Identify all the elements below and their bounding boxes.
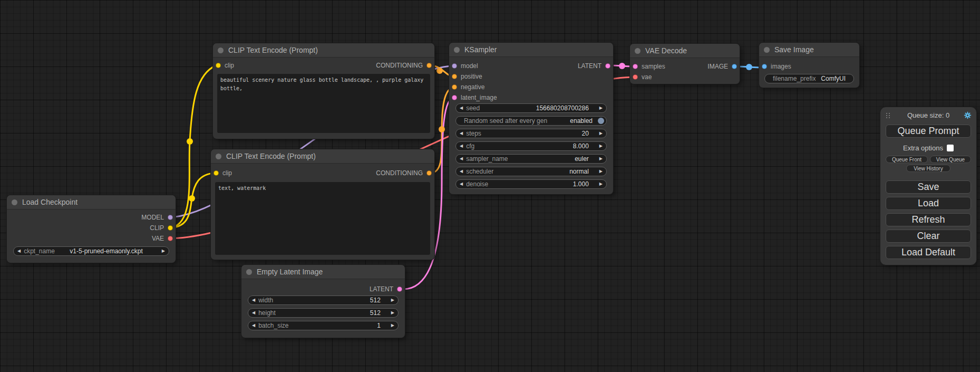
settings-gear-icon[interactable] <box>964 111 972 119</box>
node-title-bar[interactable]: Empty Latent Image <box>241 265 405 279</box>
node-title-bar[interactable]: VAE Decode <box>630 44 740 58</box>
input-port-vae[interactable] <box>633 74 638 80</box>
widget-steps[interactable]: ◀ steps 20 ▶ <box>455 129 607 138</box>
node-title: Save Image <box>774 45 814 54</box>
widget-cfg[interactable]: ◀ cfg 8.000 ▶ <box>455 141 607 151</box>
widget-sampler-name[interactable]: ◀ sampler_name euler ▶ <box>455 154 607 164</box>
extra-options-checkbox[interactable] <box>947 145 954 151</box>
node-empty-latent-image[interactable]: Empty Latent Image LATENT ◀ width 512 ▶ … <box>241 265 405 338</box>
collapse-dot[interactable] <box>246 269 252 275</box>
refresh-button[interactable]: Refresh <box>886 213 971 226</box>
node-save-image[interactable]: Save Image images filename_prefix ComfyU… <box>759 43 859 88</box>
collapse-dot[interactable] <box>12 199 17 205</box>
widget-value: 156680208700286 <box>536 104 589 112</box>
node-ksampler[interactable]: KSampler model LATENT positive negative … <box>449 43 613 194</box>
output-port-image[interactable] <box>732 64 737 69</box>
output-port-clip[interactable] <box>168 225 173 231</box>
output-port-vae[interactable] <box>168 236 173 241</box>
widget-height[interactable]: ◀ height 512 ▶ <box>248 308 399 318</box>
collapse-dot[interactable] <box>764 47 770 53</box>
increment-arrow-icon[interactable]: ▶ <box>391 323 394 328</box>
view-history-button[interactable]: View History <box>906 165 950 172</box>
output-port-model[interactable] <box>168 215 173 220</box>
decrement-arrow-icon[interactable]: ◀ <box>460 144 463 148</box>
widget-width[interactable]: ◀ width 512 ▶ <box>248 295 399 305</box>
decrement-arrow-icon[interactable]: ◀ <box>252 311 255 315</box>
save-button[interactable]: Save <box>886 180 971 194</box>
view-queue-button[interactable]: View Queue <box>930 156 971 163</box>
input-port-clip[interactable] <box>214 170 219 176</box>
input-port-positive[interactable] <box>452 74 457 79</box>
clear-button[interactable]: Clear <box>886 230 971 243</box>
increment-arrow-icon[interactable]: ▶ <box>599 157 603 161</box>
increment-arrow-icon[interactable]: ▶ <box>599 182 603 186</box>
output-label: CLIP <box>150 224 164 232</box>
decrement-arrow-icon[interactable]: ◀ <box>460 182 463 186</box>
increment-arrow-icon[interactable]: ▶ <box>391 298 394 302</box>
prompt-textarea[interactable]: beautiful scenery nature glass bottle la… <box>217 74 430 133</box>
node-title-bar[interactable]: CLIP Text Encode (Prompt) <box>213 43 434 58</box>
decrement-arrow-icon[interactable]: ◀ <box>252 298 255 302</box>
port-row: images <box>759 61 859 72</box>
load-button[interactable]: Load <box>886 197 971 210</box>
increment-arrow-icon[interactable]: ▶ <box>599 131 603 136</box>
queue-front-button[interactable]: Queue Front <box>886 156 928 163</box>
input-port-samples[interactable] <box>633 64 638 69</box>
input-label: latent_image <box>461 94 497 101</box>
increment-arrow-icon[interactable]: ▶ <box>599 106 603 110</box>
input-port-negative[interactable] <box>452 84 457 90</box>
increment-arrow-icon[interactable]: ▶ <box>599 144 603 148</box>
widget-filename-prefix[interactable]: filename_prefix ComfyUI <box>764 74 854 83</box>
load-default-button[interactable]: Load Default <box>886 246 971 259</box>
prompt-textarea[interactable]: text, watermark <box>215 182 430 255</box>
node-clip-text-encode-positive[interactable]: CLIP Text Encode (Prompt) clip CONDITION… <box>213 43 434 139</box>
output-port-latent[interactable] <box>397 287 402 292</box>
queue-prompt-button[interactable]: Queue Prompt <box>886 125 971 138</box>
decrement-arrow-icon[interactable]: ◀ <box>460 131 463 136</box>
output-port-latent[interactable] <box>605 63 610 69</box>
increment-arrow-icon[interactable]: ▶ <box>162 249 165 253</box>
output-port-conditioning[interactable] <box>426 170 432 176</box>
toggle-dot[interactable] <box>598 118 604 124</box>
node-vae-decode[interactable]: VAE Decode samples IMAGE vae <box>630 44 740 84</box>
node-title-bar[interactable]: Save Image <box>759 43 859 57</box>
collapse-dot[interactable] <box>216 154 221 159</box>
input-port-model[interactable] <box>452 63 457 69</box>
widget-value: enabled <box>570 117 593 125</box>
node-title-bar[interactable]: Load Checkpoint <box>7 195 176 209</box>
widget-value: 512 <box>370 297 381 304</box>
widget-scheduler[interactable]: ◀ scheduler normal ▶ <box>455 167 607 176</box>
increment-arrow-icon[interactable]: ▶ <box>599 169 603 174</box>
node-load-checkpoint[interactable]: Load Checkpoint MODEL CLIP VAE ◀ ckpt_na… <box>7 195 176 263</box>
widget-label: cfg <box>466 142 474 150</box>
widget-seed[interactable]: ◀ seed 156680208700286 ▶ <box>455 103 607 113</box>
output-label: LATENT <box>578 62 601 70</box>
widget-label: steps <box>466 130 481 137</box>
widget-label: seed <box>466 104 480 112</box>
output-label: IMAGE <box>707 63 728 70</box>
input-port-clip[interactable] <box>216 63 221 68</box>
widget-denoise[interactable]: ◀ denoise 1.000 ▶ <box>455 179 607 189</box>
node-clip-text-encode-negative[interactable]: CLIP Text Encode (Prompt) clip CONDITION… <box>211 149 434 260</box>
widget-label: batch_size <box>258 322 288 329</box>
collapse-dot[interactable] <box>635 48 641 54</box>
input-port-images[interactable] <box>762 64 767 69</box>
decrement-arrow-icon[interactable]: ◀ <box>460 106 463 110</box>
decrement-arrow-icon[interactable]: ◀ <box>460 157 463 161</box>
decrement-arrow-icon[interactable]: ◀ <box>460 169 463 174</box>
decrement-arrow-icon[interactable]: ◀ <box>252 323 255 328</box>
output-port-conditioning[interactable] <box>426 63 432 68</box>
node-title-bar[interactable]: CLIP Text Encode (Prompt) <box>211 149 434 164</box>
increment-arrow-icon[interactable]: ▶ <box>391 311 394 315</box>
widget-batch-size[interactable]: ◀ batch_size 1 ▶ <box>248 321 399 330</box>
output-row: LATENT <box>241 284 405 294</box>
widget-ckpt-name[interactable]: ◀ ckpt_name v1-5-pruned-emaonly.ckpt ▶ <box>13 246 169 256</box>
input-port-latent-image[interactable] <box>452 95 457 100</box>
node-title-bar[interactable]: KSampler <box>449 43 613 57</box>
decrement-arrow-icon[interactable]: ◀ <box>17 249 21 253</box>
collapse-dot[interactable] <box>454 47 460 53</box>
widget-random-seed-toggle[interactable]: Random seed after every gen enabled <box>455 116 607 126</box>
widget-label: scheduler <box>466 168 493 175</box>
widget-value: 8.000 <box>573 142 589 150</box>
collapse-dot[interactable] <box>218 47 224 53</box>
